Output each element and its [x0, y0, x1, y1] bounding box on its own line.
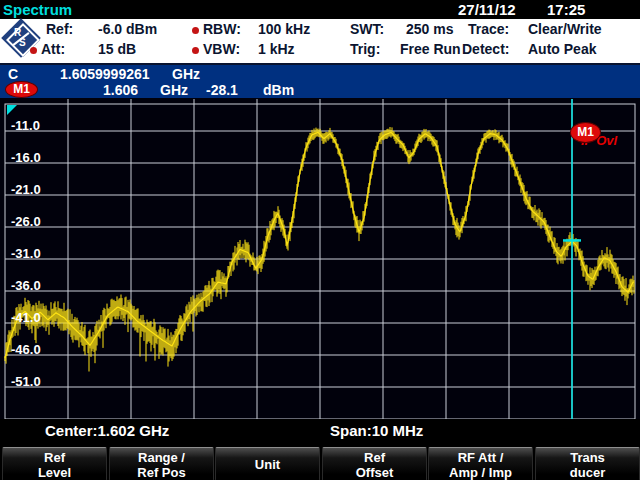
- center-marker-value: 1.6059999261: [60, 66, 150, 82]
- coupled-setting-dot-icon: [192, 47, 199, 54]
- spectrum-analyzer-screen: Spectrum 27/11/12 17:25 R S Ref:-6.0 dBm…: [0, 0, 640, 480]
- span-label: Span:10 MHz: [330, 422, 423, 439]
- coupled-setting-dot-icon: [192, 27, 199, 34]
- y-axis-label: -41.0: [11, 310, 41, 325]
- softkey-label-line: Unit: [255, 457, 280, 472]
- softkey-label-line: Offset: [356, 465, 394, 480]
- softkey-label-line: Trans: [570, 450, 605, 465]
- y-axis-label: -16.0: [11, 150, 41, 165]
- softkey-rf-att-amp-imp[interactable]: RF Att /Amp / Imp: [428, 447, 533, 480]
- softkey-label-line: ducer: [570, 465, 605, 480]
- center-marker-unit: GHz: [172, 66, 200, 82]
- frequency-info-bar: Center:1.602 GHz Span:10 MHz: [0, 419, 640, 444]
- marker-m1-freq: 1.606: [103, 82, 138, 98]
- softkey-transducer[interactable]: Transducer: [535, 447, 640, 480]
- softkey-unit[interactable]: Unit: [215, 447, 320, 480]
- setting-value: Auto Peak: [528, 41, 596, 57]
- marker-m1-level: -28.1: [206, 82, 238, 98]
- coupled-setting-dot-icon: [30, 47, 37, 54]
- y-axis-label: -31.0: [11, 246, 41, 261]
- marker-m1-freq-unit: GHz: [160, 82, 188, 98]
- softkey-label-line: Level: [38, 465, 71, 480]
- y-axis-label: -26.0: [11, 214, 41, 229]
- y-axis-label: -36.0: [11, 278, 41, 293]
- marker-info-bar: C 1.6059999261 GHz M1 1.606 GHz -28.1 dB…: [0, 65, 640, 98]
- softkey-ref-level[interactable]: RefLevel: [2, 447, 107, 480]
- setting-label: SWT:: [350, 21, 384, 37]
- trace-start-triangle-icon: [7, 105, 17, 115]
- setting-value: 15 dB: [98, 41, 136, 57]
- page-title: Spectrum: [3, 1, 72, 18]
- setting-label: Att:: [41, 41, 65, 57]
- spectrum-graph: -11.0-16.0-21.0-26.0-31.0-36.0-41.0-46.0…: [0, 98, 640, 428]
- y-axis-label: -46.0: [11, 342, 41, 357]
- setting-value: -6.0 dBm: [98, 21, 157, 37]
- center-marker-label: C: [8, 66, 18, 82]
- setting-label: VBW:: [203, 41, 240, 57]
- setting-value: 250 ms: [406, 21, 453, 37]
- setting-value: Free Run: [400, 41, 461, 57]
- title-bar: Spectrum 27/11/12 17:25: [0, 0, 640, 19]
- softkey-label-line: Ref: [364, 450, 385, 465]
- setting-label: Trace:: [468, 21, 509, 37]
- marker-m1-level-unit: dBm: [263, 82, 294, 98]
- time-label: 17:25: [547, 1, 585, 18]
- marker-m1-badge: M1: [5, 81, 38, 98]
- y-axis-label: -11.0: [11, 118, 40, 133]
- setting-value: 1 kHz: [258, 41, 295, 57]
- spectrum-plot-area: [0, 98, 640, 432]
- y-axis-label: -51.0: [11, 374, 41, 389]
- softkey-label-line: Ref Pos: [137, 465, 185, 480]
- setting-label: Trig:: [350, 41, 380, 57]
- softkey-range-ref-pos[interactable]: Range /Ref Pos: [109, 447, 214, 480]
- softkey-label-line: Range /: [138, 450, 185, 465]
- setting-value: 100 kHz: [258, 21, 310, 37]
- setting-label: Detect:: [462, 41, 509, 57]
- setting-value: Clear/Write: [528, 21, 602, 37]
- softkey-label-line: RF Att /: [458, 450, 504, 465]
- settings-header-panel: R S Ref:-6.0 dBmAtt:15 dBRBW:100 kHzVBW:…: [0, 19, 640, 65]
- setting-label: Ref:: [46, 21, 73, 37]
- setting-label: RBW:: [203, 21, 241, 37]
- softkey-label-line: Ref: [44, 450, 65, 465]
- date-label: 27/11/12: [458, 1, 516, 18]
- softkey-label-line: Amp / Imp: [449, 465, 512, 480]
- center-frequency-label: Center:1.602 GHz: [45, 422, 169, 439]
- y-axis-label: -21.0: [11, 182, 41, 197]
- marker-m1-graph-badge: M1: [570, 122, 601, 143]
- softkey-ref-offset[interactable]: RefOffset: [322, 447, 427, 480]
